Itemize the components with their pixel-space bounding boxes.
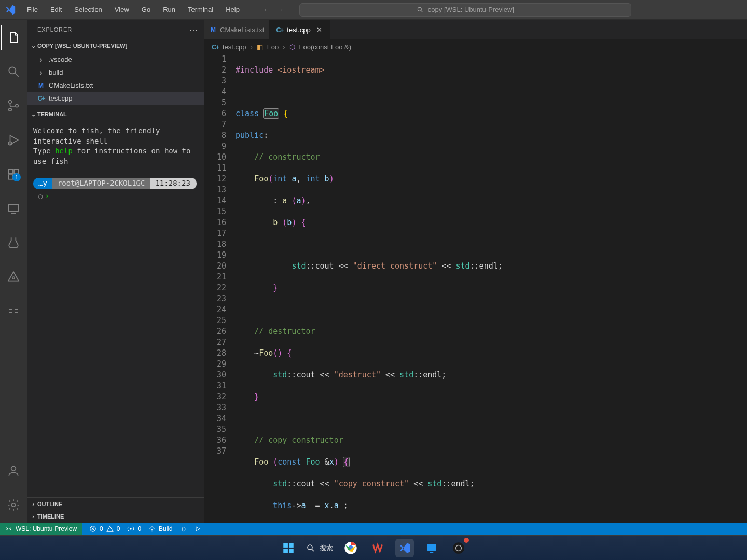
svg-rect-15 — [9, 312, 12, 313]
taskbar-search-text: 搜索 — [320, 543, 333, 553]
sidebar-more-icon[interactable]: ⋯ — [189, 25, 198, 35]
menu-edit[interactable]: Edit — [45, 3, 67, 17]
command-center[interactable]: copy [WSL: Ubuntu-Preview] — [299, 3, 631, 17]
activity-testing-icon[interactable] — [1, 230, 26, 255]
status-problems[interactable]: 0 0 — [89, 525, 120, 533]
activity-run-debug-icon[interactable] — [1, 128, 26, 152]
tab-testcpp[interactable]: C+ test.cpp ✕ — [270, 20, 330, 39]
activity-account-icon[interactable] — [1, 458, 26, 483]
taskbar-obs-icon[interactable] — [449, 539, 468, 557]
svg-rect-8 — [8, 169, 13, 174]
activity-settings-icon[interactable] — [1, 493, 26, 517]
breadcrumb-file[interactable]: test.cpp — [223, 43, 246, 51]
code-content[interactable]: #include <iostream> class Foo { public: … — [236, 54, 747, 523]
menu-selection[interactable]: Selection — [69, 3, 107, 17]
cpp-file-icon: C+ — [212, 43, 218, 51]
status-ports[interactable]: 0 — [127, 525, 141, 533]
tree-file-cmakelists[interactable]: M CMakeLists.txt — [27, 79, 204, 92]
workspace-name: COPY [WSL: UBUNTU-PREVIEW] — [37, 43, 127, 49]
menu-terminal[interactable]: Terminal — [183, 3, 218, 17]
activity-explorer-icon[interactable] — [1, 25, 26, 50]
nav-back-icon[interactable]: ← — [263, 6, 270, 13]
breadcrumbs[interactable]: C+ test.cpp › ◧ Foo › ⬡ Foo(const Foo &) — [204, 39, 747, 54]
svg-point-30 — [308, 545, 312, 550]
taskbar-todesk-icon[interactable] — [422, 539, 441, 557]
tab-bar: M CMakeLists.txt C+ test.cpp ✕ — [204, 20, 747, 39]
activity-extensions-icon[interactable]: 1 — [1, 162, 26, 187]
file-tree: .vscode build M CMakeLists.txt C+ test.c… — [27, 52, 204, 106]
outline-header[interactable]: ›OUTLINE — [27, 498, 204, 510]
tab-cmakelists[interactable]: M CMakeLists.txt — [204, 20, 270, 39]
prompt-host: root@LAPTOP-2CKOL1GC — [52, 178, 150, 189]
svg-rect-11 — [8, 204, 19, 211]
svg-point-19 — [12, 503, 16, 507]
activity-search-icon[interactable] — [1, 59, 26, 84]
svg-point-25 — [182, 527, 185, 531]
error-icon — [89, 525, 96, 533]
tree-folder-vscode[interactable]: .vscode — [27, 53, 204, 66]
close-icon[interactable]: ✕ — [315, 26, 324, 34]
tree-label: CMakeLists.txt — [49, 81, 93, 89]
status-debug-icon[interactable] — [180, 525, 187, 533]
code-area[interactable]: 1234567891011121314151617181920212223242… — [204, 54, 747, 523]
status-remote[interactable]: WSL: Ubuntu-Preview — [0, 523, 82, 535]
radio-icon — [127, 525, 134, 533]
breadcrumb-class[interactable]: Foo — [267, 43, 279, 51]
taskbar-start-icon[interactable] — [279, 539, 298, 557]
terminal-line: Welcome to fish, the friendly interactiv… — [33, 126, 198, 146]
activity-source-control-icon[interactable] — [1, 93, 26, 118]
terminal-line: Type help for instructions on how to use… — [33, 146, 198, 166]
svg-rect-29 — [289, 549, 294, 553]
class-icon: ◧ — [257, 43, 263, 51]
terminal-section-header[interactable]: ⌄ TERMINAL — [27, 106, 204, 122]
svg-line-1 — [421, 10, 423, 12]
activity-remote-icon[interactable] — [1, 196, 26, 221]
prompt-caret: ○› — [38, 191, 198, 202]
activity-bar: 1 — [0, 20, 27, 523]
nav-forward-icon[interactable]: → — [277, 6, 284, 13]
cmake-file-icon: M — [36, 82, 46, 89]
titlebar: File Edit Selection View Go Run Terminal… — [0, 0, 747, 20]
search-icon — [306, 543, 315, 553]
terminal-prompt: …y root@LAPTOP-2CKOL1GC 11:28:23 — [33, 178, 198, 189]
tree-label: test.cpp — [49, 94, 73, 102]
notification-dot-icon — [464, 538, 469, 543]
svg-rect-17 — [15, 312, 18, 313]
menu-help[interactable]: Help — [220, 3, 245, 17]
svg-rect-35 — [430, 552, 434, 553]
taskbar-wps-icon[interactable] — [368, 539, 387, 557]
svg-line-3 — [15, 73, 19, 77]
terminal-body[interactable]: Welcome to fish, the friendly interactiv… — [27, 122, 204, 497]
remote-icon — [5, 525, 12, 533]
menu-file[interactable]: File — [22, 3, 43, 17]
menu-run[interactable]: Run — [158, 3, 181, 17]
taskbar-chrome-icon[interactable] — [341, 539, 360, 557]
svg-point-0 — [418, 7, 421, 11]
chevron-right-icon — [36, 55, 46, 64]
svg-point-4 — [9, 101, 11, 103]
status-build[interactable]: Build — [148, 525, 173, 533]
svg-point-5 — [9, 108, 11, 111]
sidebar-title: EXPLORER — [37, 26, 72, 33]
timeline-header[interactable]: ›TIMELINE — [27, 510, 204, 523]
tree-folder-build[interactable]: build — [27, 66, 204, 79]
taskbar-search[interactable]: 搜索 — [306, 543, 333, 553]
taskbar-vscode-icon[interactable] — [395, 539, 414, 557]
tree-file-testcpp[interactable]: C+ test.cpp — [27, 92, 204, 105]
svg-rect-28 — [283, 549, 288, 553]
windows-taskbar: 搜索 — [0, 535, 747, 560]
workspace-header[interactable]: ⌄COPY [WSL: UBUNTU-PREVIEW] — [27, 39, 204, 52]
sidebar: EXPLORER ⋯ ⌄COPY [WSL: UBUNTU-PREVIEW] .… — [27, 20, 204, 523]
breadcrumb-method[interactable]: Foo(const Foo &) — [299, 43, 351, 51]
vscode-logo-icon — [4, 4, 17, 16]
menu-view[interactable]: View — [109, 3, 134, 17]
menu-go[interactable]: Go — [136, 3, 156, 17]
activity-tabnine-icon[interactable] — [1, 299, 26, 324]
activity-cmake-icon[interactable] — [1, 264, 26, 289]
svg-rect-14 — [9, 309, 12, 310]
svg-point-13 — [12, 277, 15, 279]
status-run-icon[interactable] — [195, 526, 201, 532]
editor: M CMakeLists.txt C+ test.cpp ✕ C+ test.c… — [204, 20, 747, 523]
extensions-badge: 1 — [12, 173, 21, 181]
terminal-panel: ⌄ TERMINAL Welcome to fish, the friendly… — [27, 106, 204, 497]
